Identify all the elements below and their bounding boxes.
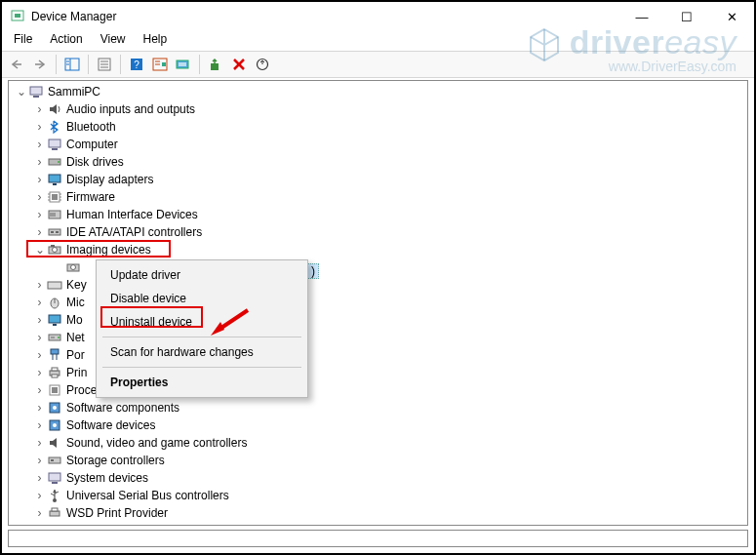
app-icon: [10, 9, 25, 24]
computer-icon: [28, 84, 44, 99]
ctx-scan-hardware[interactable]: Scan for hardware changes: [99, 340, 305, 364]
chevron-right-icon[interactable]: ›: [32, 102, 47, 117]
ide-icon: [47, 224, 62, 240]
maximize-button[interactable]: ☐: [664, 2, 709, 31]
audio-icon: [47, 435, 62, 451]
chevron-down-icon[interactable]: ⌄: [32, 243, 47, 258]
chevron-right-icon[interactable]: ›: [32, 120, 47, 135]
action-button[interactable]: [149, 54, 171, 75]
chevron-right-icon[interactable]: ›: [32, 331, 47, 345]
svg-rect-46: [56, 231, 59, 233]
chevron-right-icon[interactable]: ›: [32, 348, 47, 363]
svg-rect-30: [49, 175, 60, 182]
network-icon: [47, 330, 62, 345]
svg-point-70: [53, 406, 57, 410]
uninstall-button[interactable]: [228, 54, 250, 75]
computer-icon: [47, 137, 62, 152]
tree-root[interactable]: ⌄ SammiPC: [9, 83, 747, 100]
properties-button[interactable]: [94, 54, 115, 75]
svg-rect-81: [50, 511, 60, 516]
ctx-properties[interactable]: Properties: [99, 371, 305, 394]
software-icon: [47, 417, 62, 433]
tree-node[interactable]: ›Bluetooth: [9, 118, 747, 136]
chevron-right-icon[interactable]: ›: [32, 401, 47, 416]
tree-node[interactable]: ›Universal Serial Bus controllers: [9, 487, 747, 504]
menu-view[interactable]: View: [93, 31, 134, 51]
update-button[interactable]: [252, 54, 273, 75]
svg-point-59: [58, 337, 60, 338]
system-icon: [47, 470, 62, 486]
show-hide-tree-button[interactable]: [61, 54, 83, 75]
svg-rect-56: [49, 315, 60, 323]
tree-node-imaging[interactable]: ⌄Imaging devices: [9, 241, 747, 258]
svg-rect-76: [52, 482, 58, 484]
tree-node[interactable]: ›Human Interface Devices: [9, 206, 747, 223]
svg-rect-68: [52, 387, 58, 393]
tree-node[interactable]: ›Firmware: [9, 188, 747, 206]
tree-node[interactable]: ›Computer: [9, 136, 747, 153]
svg-rect-24: [30, 87, 42, 95]
firmware-icon: [47, 189, 62, 205]
tree-node[interactable]: ›IDE ATA/ATAPI controllers: [9, 223, 747, 241]
chevron-right-icon[interactable]: ›: [32, 436, 47, 451]
forward-button[interactable]: [29, 54, 51, 75]
svg-rect-74: [51, 459, 54, 461]
chevron-right-icon[interactable]: ›: [32, 454, 47, 468]
chevron-right-icon[interactable]: ›: [32, 506, 47, 521]
tree-node[interactable]: ›Audio inputs and outputs: [9, 100, 747, 118]
close-button[interactable]: ✕: [709, 2, 754, 31]
tree-node[interactable]: ›Software devices: [9, 416, 747, 434]
minimize-button[interactable]: —: [619, 2, 664, 31]
svg-rect-65: [52, 368, 58, 371]
titlebar: Device Manager — ☐ ✕: [2, 2, 754, 31]
port-icon: [47, 347, 62, 363]
cpu-icon: [47, 382, 62, 398]
ctx-uninstall-device[interactable]: Uninstall device: [99, 310, 305, 334]
menu-file[interactable]: File: [6, 31, 40, 51]
chevron-right-icon[interactable]: ›: [32, 225, 47, 240]
tree-node[interactable]: ›Display adapters: [9, 171, 747, 188]
menu-help[interactable]: Help: [136, 31, 176, 51]
ctx-update-driver[interactable]: Update driver: [99, 263, 305, 287]
scan-button[interactable]: [173, 54, 194, 75]
camera-icon: [47, 242, 62, 258]
chevron-right-icon[interactable]: ›: [32, 296, 47, 310]
disk-icon: [47, 154, 62, 170]
chevron-right-icon[interactable]: ›: [32, 190, 47, 205]
tree-node[interactable]: ›Software components: [9, 399, 747, 416]
svg-rect-75: [49, 473, 60, 481]
display-icon: [47, 172, 62, 187]
hid-icon: [47, 207, 62, 222]
separator: [102, 367, 301, 368]
chevron-right-icon[interactable]: ›: [32, 208, 47, 222]
svg-rect-44: [49, 229, 60, 235]
back-button[interactable]: [6, 54, 27, 75]
chevron-right-icon[interactable]: ›: [32, 471, 47, 486]
svg-rect-27: [52, 148, 58, 150]
chevron-right-icon[interactable]: ›: [32, 418, 47, 433]
tree-node[interactable]: ›Disk drives: [9, 153, 747, 171]
chevron-down-icon[interactable]: ⌄: [14, 85, 28, 99]
tree-node[interactable]: ›Storage controllers: [9, 452, 747, 469]
svg-point-72: [53, 423, 57, 427]
tree-node[interactable]: ›System devices: [9, 469, 747, 487]
camera-icon: [65, 259, 81, 275]
ctx-disable-device[interactable]: Disable device: [99, 287, 305, 310]
chevron-right-icon[interactable]: ›: [32, 138, 47, 152]
chevron-right-icon[interactable]: ›: [32, 366, 47, 380]
chevron-right-icon[interactable]: ›: [32, 155, 47, 170]
chevron-right-icon[interactable]: ›: [32, 383, 47, 398]
menu-action[interactable]: Action: [42, 31, 90, 51]
tree-node[interactable]: ›Sound, video and game controllers: [9, 434, 747, 452]
enable-button[interactable]: [205, 54, 226, 75]
svg-rect-31: [53, 183, 57, 185]
help-button[interactable]: ?: [126, 54, 147, 75]
svg-rect-26: [49, 139, 60, 147]
svg-rect-57: [53, 324, 57, 326]
mouse-icon: [47, 295, 62, 310]
chevron-right-icon[interactable]: ›: [32, 313, 47, 328]
chevron-right-icon[interactable]: ›: [32, 489, 47, 503]
tree-node[interactable]: ›WSD Print Provider: [9, 504, 747, 522]
chevron-right-icon[interactable]: ›: [32, 173, 47, 187]
chevron-right-icon[interactable]: ›: [32, 278, 47, 293]
